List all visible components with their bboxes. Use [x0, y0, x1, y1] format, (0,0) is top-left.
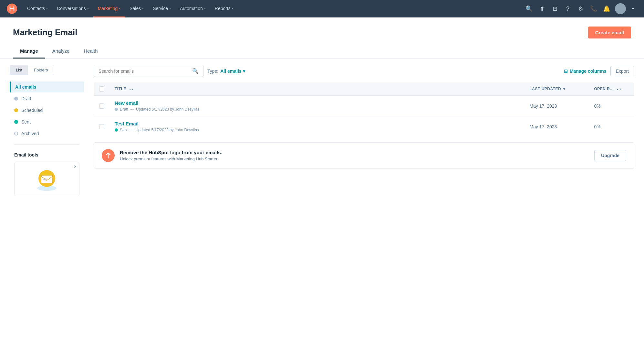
tab-health[interactable]: Health: [77, 44, 105, 59]
header-title-col[interactable]: TITLE ▲▼: [109, 82, 525, 96]
email-status: Sent: [120, 128, 128, 132]
export-button[interactable]: Export: [610, 66, 634, 76]
upgrade-subtitle: Unlock premium features with Marketing H…: [120, 156, 589, 161]
sidebar-item-label: Draft: [21, 96, 31, 101]
type-filter: Type: All emails ▾: [207, 69, 245, 74]
row-checkbox[interactable]: [99, 124, 104, 129]
help-icon[interactable]: ?: [562, 3, 574, 15]
svg-rect-5: [43, 179, 48, 180]
email-updated-text: Updated 5/17/2023 by John Desyllas: [136, 128, 199, 132]
email-meta: Sent — Updated 5/17/2023 by John Desylla…: [115, 128, 519, 132]
sidebar: List Folders All emails Draft Scheduled …: [0, 59, 84, 203]
header-last-updated-col[interactable]: LAST UPDATED ▼: [525, 82, 589, 96]
user-avatar[interactable]: [615, 3, 626, 14]
sidebar-item-archived[interactable]: Archived: [10, 128, 84, 139]
sidebar-item-sent[interactable]: Sent: [10, 116, 84, 127]
row-title-cell: New email Draft — Updated 5/17/2023 by J…: [109, 96, 525, 116]
toolbar-right: ⊟ Manage columns Export: [564, 66, 634, 76]
open-rate-value: 0%: [594, 124, 601, 129]
sidebar-item-label: Archived: [21, 131, 39, 136]
upgrade-icon: [102, 149, 115, 162]
toolbar: 🔍 Type: All emails ▾ ⊟ Manage columns Ex…: [94, 65, 634, 77]
last-updated-value: May 17, 2023: [530, 103, 557, 109]
tools-illustration: [34, 166, 60, 192]
table-row: Test Email Sent — Updated 5/17/2023 by J…: [94, 116, 634, 137]
type-label: Type:: [207, 69, 218, 74]
nav-reports[interactable]: Reports ▾: [210, 0, 238, 17]
marketplace-icon[interactable]: ⊞: [549, 3, 561, 15]
phone-icon[interactable]: 📞: [588, 3, 599, 15]
nav-automation[interactable]: Automation ▾: [175, 0, 210, 17]
row-checkbox[interactable]: [99, 103, 104, 109]
tabs-row: Manage Analyze Health: [0, 44, 644, 59]
manage-columns-button[interactable]: ⊟ Manage columns: [564, 69, 607, 74]
main-content: 🔍 Type: All emails ▾ ⊟ Manage columns Ex…: [84, 59, 644, 203]
status-dot-draft: [115, 108, 118, 111]
nav-contacts[interactable]: Contacts ▾: [23, 0, 52, 17]
archived-status-dot: [14, 132, 18, 135]
table-row: New email Draft — Updated 5/17/2023 by J…: [94, 96, 634, 116]
view-toggle: List Folders: [10, 65, 54, 75]
tab-manage[interactable]: Manage: [13, 44, 45, 59]
upgrade-button[interactable]: Upgrade: [594, 150, 626, 161]
nav-service[interactable]: Service ▾: [148, 0, 175, 17]
type-value-dropdown[interactable]: All emails ▾: [220, 69, 245, 74]
search-icon[interactable]: 🔍: [523, 3, 535, 15]
svg-rect-4: [43, 178, 47, 178]
sidebar-item-draft[interactable]: Draft: [10, 93, 84, 104]
status-dot-sent: [115, 128, 118, 132]
sidebar-item-label: Sent: [21, 119, 31, 124]
folders-view-button[interactable]: Folders: [28, 65, 54, 75]
last-updated-sort-icon[interactable]: ▼: [562, 87, 566, 91]
notifications-icon[interactable]: 🔔: [601, 3, 612, 15]
upgrade-banner: Remove the HubSpot logo from your emails…: [94, 142, 634, 169]
search-icon: 🔍: [192, 68, 199, 74]
open-rate-sort-icon[interactable]: ▲▼: [616, 88, 622, 91]
scheduled-status-dot: [14, 108, 18, 112]
header-open-rate-col[interactable]: OPEN R... ▲▼: [589, 82, 634, 96]
meta-separator: —: [130, 128, 134, 132]
upload-icon[interactable]: ⬆: [536, 3, 548, 15]
list-view-button[interactable]: List: [10, 65, 28, 75]
row-checkbox-cell: [94, 116, 110, 137]
page-wrapper: Marketing Email Create email Manage Anal…: [0, 17, 644, 345]
email-tools-card: ×: [14, 162, 79, 196]
sidebar-item-all-emails[interactable]: All emails: [10, 81, 84, 92]
row-last-updated-cell: May 17, 2023: [525, 96, 589, 116]
last-updated-value: May 17, 2023: [530, 124, 557, 129]
account-dropdown-icon[interactable]: ▾: [627, 3, 639, 15]
row-open-rate-cell: 0%: [589, 116, 634, 137]
type-dropdown-chevron: ▾: [243, 69, 245, 74]
nav-marketing[interactable]: Marketing ▾: [93, 0, 125, 17]
email-table: TITLE ▲▼ LAST UPDATED ▼ OPEN R... ▲▼: [94, 82, 634, 137]
select-all-checkbox[interactable]: [99, 86, 104, 92]
upgrade-title: Remove the HubSpot logo from your emails…: [120, 150, 589, 155]
nav-sales[interactable]: Sales ▾: [125, 0, 148, 17]
email-title-link[interactable]: Test Email: [115, 121, 519, 126]
settings-icon[interactable]: ⚙: [575, 3, 587, 15]
upgrade-text: Remove the HubSpot logo from your emails…: [120, 150, 589, 161]
row-checkbox-cell: [94, 96, 110, 116]
nav-icon-group: 🔍 ⬆ ⊞ ? ⚙ 📞 🔔 ▾: [523, 3, 639, 15]
sidebar-item-scheduled[interactable]: Scheduled: [10, 105, 84, 116]
email-meta: Draft — Updated 5/17/2023 by John Desyll…: [115, 107, 519, 112]
page-header: Marketing Email Create email: [0, 17, 644, 38]
title-sort-icon[interactable]: ▲▼: [129, 88, 134, 91]
email-title-link[interactable]: New email: [115, 100, 519, 106]
search-input[interactable]: [99, 69, 190, 74]
nav-conversations[interactable]: Conversations ▾: [52, 0, 93, 17]
sent-status-dot: [14, 120, 18, 124]
type-value-text: All emails: [220, 69, 241, 74]
create-email-button[interactable]: Create email: [588, 27, 631, 38]
tab-analyze[interactable]: Analyze: [45, 44, 77, 59]
meta-separator: —: [130, 107, 134, 112]
email-tools-title: Email tools: [10, 150, 84, 161]
close-tools-card-button[interactable]: ×: [74, 164, 77, 169]
nav-links: Contacts ▾ Conversations ▾ Marketing ▾ S…: [23, 0, 523, 17]
hubspot-logo[interactable]: [5, 2, 19, 16]
top-navigation: Contacts ▾ Conversations ▾ Marketing ▾ S…: [0, 0, 644, 17]
row-open-rate-cell: 0%: [589, 96, 634, 116]
header-checkbox-col: [94, 82, 110, 96]
search-box[interactable]: 🔍: [94, 65, 203, 77]
manage-columns-label: Manage columns: [570, 69, 607, 74]
